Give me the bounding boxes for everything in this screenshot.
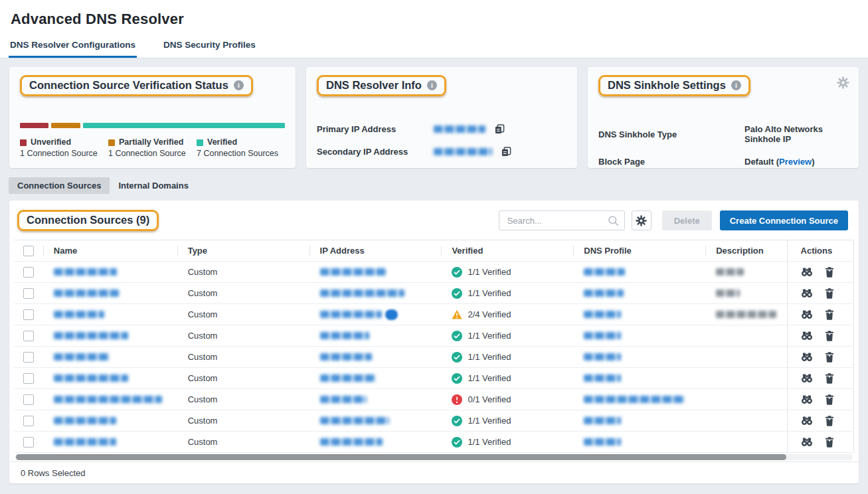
row-checkbox[interactable] [23, 267, 34, 278]
dns-profile-link[interactable] [584, 332, 621, 339]
sinkhole-card-title: DNS Sinkhole Settings [608, 79, 726, 92]
delete-row-button[interactable] [825, 267, 834, 278]
search-box [499, 210, 625, 230]
info-icon[interactable] [234, 80, 244, 90]
subtab-internal-domains[interactable]: Internal Domains [110, 177, 197, 194]
binoculars-icon [801, 352, 813, 362]
search-input[interactable] [506, 215, 608, 226]
annotation-highlight: Connection Source Verification Status [20, 75, 253, 96]
connection-source-name-link[interactable] [54, 438, 116, 446]
column-header-dns-profile[interactable]: DNS Profile [573, 240, 705, 261]
verified-label: 1/1 Verified [468, 288, 511, 298]
ip-address-value [320, 438, 383, 446]
dns-profile-link[interactable] [584, 353, 621, 361]
connection-source-name-link[interactable] [54, 311, 104, 318]
delete-row-button[interactable] [825, 309, 834, 320]
table-row: Custom1/1 Verified [14, 283, 854, 304]
verified-label: 1/1 Verified [468, 331, 511, 341]
gear-icon [636, 215, 647, 226]
view-details-button[interactable] [801, 288, 813, 298]
verified-label: 1/1 Verified [468, 373, 511, 383]
binoculars-icon [801, 309, 813, 319]
subtab-connection-sources[interactable]: Connection Sources [9, 177, 110, 194]
tab-dns-resolver-configurations[interactable]: DNS Resolver Configurations [9, 37, 137, 58]
view-details-button[interactable] [801, 309, 813, 319]
dns-profile-link[interactable] [584, 268, 625, 276]
legend-label: Partially Verified [119, 137, 183, 148]
legend-count: 1 Connection Source [20, 148, 108, 159]
connection-source-name-link[interactable] [54, 268, 117, 276]
trash-icon [825, 309, 834, 320]
connection-source-name-link[interactable] [54, 289, 119, 297]
legend-swatch [108, 139, 115, 146]
copy-icon[interactable] [495, 124, 505, 134]
connection-source-name-link[interactable] [54, 374, 128, 382]
connection-source-name-link[interactable] [54, 396, 162, 403]
dns-profile-link[interactable] [584, 417, 621, 424]
info-icon[interactable] [427, 80, 437, 90]
row-checkbox[interactable] [23, 437, 34, 448]
column-header-verified[interactable]: Verified [441, 240, 573, 261]
verified-label: 0/1 Verified [468, 394, 511, 404]
trash-icon [825, 288, 834, 299]
verification-card-title: Connection Source Verification Status [29, 79, 228, 92]
dns-profile-link[interactable] [584, 374, 621, 382]
row-checkbox[interactable] [23, 416, 34, 426]
create-connection-source-button[interactable]: Create Connection Source [720, 210, 848, 230]
delete-row-button[interactable] [825, 373, 834, 384]
trash-icon [825, 267, 834, 278]
ip-address-value [320, 353, 372, 361]
info-icon[interactable] [731, 80, 741, 90]
row-checkbox[interactable] [23, 394, 34, 405]
delete-row-button[interactable] [825, 437, 834, 448]
ip-count-badge[interactable] [385, 309, 398, 320]
delete-button[interactable]: Delete [662, 210, 712, 230]
gear-icon[interactable] [837, 76, 849, 92]
delete-row-button[interactable] [825, 352, 834, 363]
row-checkbox[interactable] [23, 309, 34, 320]
column-header-type[interactable]: Type [177, 240, 309, 261]
delete-row-button[interactable] [825, 331, 834, 341]
connection-source-name-link[interactable] [54, 332, 128, 339]
connection-source-name-link[interactable] [54, 353, 110, 361]
verification-bar-segment [20, 123, 48, 128]
trash-icon [825, 352, 834, 363]
view-details-button[interactable] [801, 437, 813, 447]
dns-profile-link[interactable] [584, 438, 621, 446]
preview-link[interactable]: Preview [779, 157, 812, 167]
row-checkbox[interactable] [23, 352, 34, 363]
row-checkbox[interactable] [23, 288, 34, 299]
verified-check-icon [452, 352, 462, 363]
view-details-button[interactable] [801, 373, 813, 383]
column-header-name[interactable]: Name [43, 240, 177, 261]
connection-source-name-link[interactable] [54, 417, 116, 424]
select-all-checkbox[interactable] [23, 246, 34, 256]
view-details-button[interactable] [801, 416, 813, 426]
column-header-description[interactable]: Description [705, 240, 786, 261]
view-details-button[interactable] [801, 267, 813, 277]
summary-cards: Connection Source Verification Status Un… [9, 67, 859, 168]
view-details-button[interactable] [801, 352, 813, 362]
dns-profile-link[interactable] [584, 289, 624, 297]
table-body: Custom1/1 VerifiedCustom1/1 VerifiedCust… [14, 262, 854, 453]
table-settings-button[interactable] [632, 210, 651, 230]
view-details-button[interactable] [801, 394, 813, 404]
copy-icon[interactable] [501, 147, 511, 157]
dns-profile-link[interactable] [584, 396, 685, 403]
tab-dns-security-profiles[interactable]: DNS Security Profiles [162, 37, 257, 58]
dns-profile-link[interactable] [584, 311, 621, 318]
annotation-highlight: DNS Sinkhole Settings [598, 75, 750, 96]
primary-ip-value-redacted [434, 125, 485, 133]
row-checkbox[interactable] [23, 373, 34, 384]
delete-row-button[interactable] [825, 394, 834, 405]
rows-selected-status: 0 Rows Selected [9, 461, 859, 483]
view-details-button[interactable] [801, 331, 813, 341]
horizontal-scrollbar-thumb[interactable] [16, 454, 786, 460]
table-row: Custom0/1 Verified [14, 389, 854, 410]
row-checkbox[interactable] [23, 331, 34, 341]
delete-row-button[interactable] [825, 288, 834, 299]
column-header-ip-address[interactable]: IP Address [309, 240, 442, 261]
verified-label: 1/1 Verified [468, 267, 511, 277]
delete-row-button[interactable] [825, 416, 834, 426]
verified-check-icon [452, 267, 462, 278]
